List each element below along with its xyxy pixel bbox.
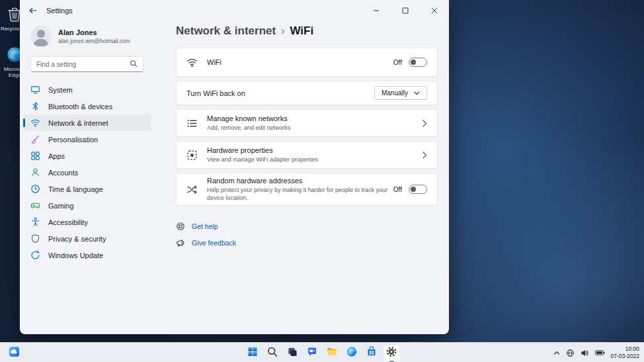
tray-chevron-up-icon[interactable]: [553, 351, 560, 355]
random-hardware-addresses-row: Random hardware addresses Help protect y…: [176, 173, 438, 206]
network-globe-icon[interactable]: [566, 349, 575, 357]
chat-button[interactable]: [304, 345, 321, 361]
start-button[interactable]: [245, 345, 261, 361]
sidebar-item-label: Accessibility: [48, 218, 88, 226]
sidebar-item-label: System: [48, 86, 73, 94]
get-help-icon: [176, 222, 185, 231]
microsoft-store-button[interactable]: [364, 345, 380, 361]
sidebar-item-bluetooth-devices[interactable]: Bluetooth & devices: [23, 98, 151, 114]
widgets-button[interactable]: [6, 345, 22, 361]
give-feedback-link[interactable]: Give feedback: [192, 239, 236, 247]
random-addresses-subtitle: Help protect your privacy by making it h…: [207, 187, 393, 202]
sidebar-item-label: Bluetooth & devices: [48, 103, 112, 111]
system-icon: [30, 85, 40, 95]
main-content: Network & internet › WiFi WiFi Off Turn …: [154, 21, 449, 334]
clock[interactable]: 10:00 07-03-2022: [611, 345, 639, 361]
windows-update-icon: [30, 250, 40, 260]
wifi-toggle[interactable]: [409, 58, 427, 67]
taskbar: 10:00 07-03-2022: [0, 342, 644, 362]
clock-date: 07-03-2022: [611, 353, 639, 360]
sidebar-item-gaming[interactable]: Gaming: [23, 197, 151, 214]
network-icon: [30, 118, 40, 128]
gaming-icon: [30, 201, 40, 210]
time-language-icon: [30, 184, 40, 194]
hardware-properties-icon: [186, 150, 198, 161]
sidebar-item-label: Apps: [48, 152, 65, 160]
user-profile[interactable]: Alan Jones alan.jones.wm@hotmail.com: [20, 21, 154, 52]
task-view-button[interactable]: [284, 345, 301, 361]
widgets-icon: [9, 346, 20, 360]
wifi-card: WiFi Off: [176, 48, 438, 77]
hardware-properties-title: Hardware properties: [207, 146, 415, 154]
hardware-properties-subtitle: View and manage WiFi adapter properties: [207, 156, 415, 164]
close-button[interactable]: [420, 0, 449, 21]
sidebar-item-label: Gaming: [48, 202, 74, 210]
manage-known-networks-subtitle: Add, remove, and edit networks: [207, 124, 415, 132]
apps-icon: [30, 151, 40, 161]
sidebar-item-network-internet[interactable]: Network & internet: [23, 114, 151, 131]
sidebar-item-personalisation[interactable]: Personalisation: [23, 131, 151, 148]
accessibility-icon: [30, 217, 40, 227]
manage-known-networks-row[interactable]: Manage known networks Add, remove, and e…: [176, 109, 438, 137]
file-explorer-button[interactable]: [324, 345, 341, 361]
sidebar-item-time-language[interactable]: Time & language: [23, 181, 151, 197]
chevron-right-icon: [423, 152, 427, 159]
turn-wifi-back-on-card: Turn WiFi back on Manually: [176, 81, 438, 105]
sidebar-nav: System Bluetooth & devices Network & int…: [20, 81, 154, 334]
maximize-button[interactable]: [391, 0, 420, 21]
gear-icon: [386, 346, 397, 360]
avatar: [30, 26, 52, 47]
task-view-icon: [287, 346, 298, 360]
search-icon: [267, 346, 278, 360]
accounts-icon: [30, 167, 40, 177]
settings-window: Settings Alan Jones alan.: [20, 0, 449, 334]
hardware-properties-row[interactable]: Hardware properties View and manage WiFi…: [176, 141, 438, 169]
manage-known-networks-title: Manage known networks: [207, 114, 415, 122]
microsoft-store-icon: [366, 346, 378, 360]
breadcrumb-parent[interactable]: Network & internet: [176, 24, 276, 38]
battery-icon[interactable]: [595, 349, 605, 356]
search-icon: [130, 58, 138, 70]
titlebar: Settings: [20, 0, 449, 21]
back-button[interactable]: [20, 0, 46, 21]
sidebar-item-privacy-security[interactable]: Privacy & security: [23, 230, 151, 247]
dropdown-value: Manually: [382, 89, 408, 97]
edge-button[interactable]: [344, 345, 360, 361]
give-feedback-row: Give feedback: [176, 238, 438, 248]
wifi-label: WiFi: [207, 58, 393, 66]
sidebar-item-system[interactable]: System: [23, 81, 151, 98]
random-addresses-title: Random hardware addresses: [207, 177, 393, 185]
help-links: Get help Give feedback: [176, 222, 438, 248]
settings-app-button[interactable]: [383, 345, 400, 361]
sidebar-item-label: Personalisation: [48, 136, 98, 144]
known-networks-icon: [186, 118, 198, 129]
sidebar-item-windows-update[interactable]: Windows Update: [23, 247, 151, 263]
profile-email: alan.jones.wm@hotmail.com: [58, 38, 130, 44]
get-help-link[interactable]: Get help: [192, 222, 218, 230]
minimize-button[interactable]: [362, 0, 391, 21]
turn-wifi-back-on-label: Turn WiFi back on: [186, 89, 374, 97]
personalisation-icon: [30, 134, 40, 144]
sidebar-item-apps[interactable]: Apps: [23, 148, 151, 164]
sidebar-item-label: Privacy & security: [48, 235, 106, 243]
settings-search: [30, 56, 143, 72]
give-feedback-icon: [176, 238, 185, 248]
random-addresses-toggle[interactable]: [409, 185, 427, 194]
sidebar-item-label: Windows Update: [48, 251, 103, 259]
sidebar: Alan Jones alan.jones.wm@hotmail.com: [20, 21, 154, 334]
sidebar-item-label: Accounts: [48, 169, 78, 177]
window-title: Settings: [46, 7, 73, 15]
volume-icon[interactable]: [581, 349, 589, 357]
bluetooth-icon: [30, 101, 40, 111]
sidebar-item-accessibility[interactable]: Accessibility: [23, 214, 151, 230]
search-input[interactable]: [36, 61, 130, 68]
page-title: WiFi: [290, 24, 313, 38]
clock-time: 10:00: [611, 345, 639, 353]
get-help-row: Get help: [176, 222, 438, 231]
turn-wifi-back-on-dropdown[interactable]: Manually: [374, 86, 427, 100]
sidebar-item-label: Time & language: [48, 185, 103, 193]
taskbar-search-button[interactable]: [264, 345, 281, 361]
windows-logo-icon: [247, 346, 259, 360]
wifi-icon: [186, 57, 198, 68]
sidebar-item-accounts[interactable]: Accounts: [23, 164, 151, 181]
